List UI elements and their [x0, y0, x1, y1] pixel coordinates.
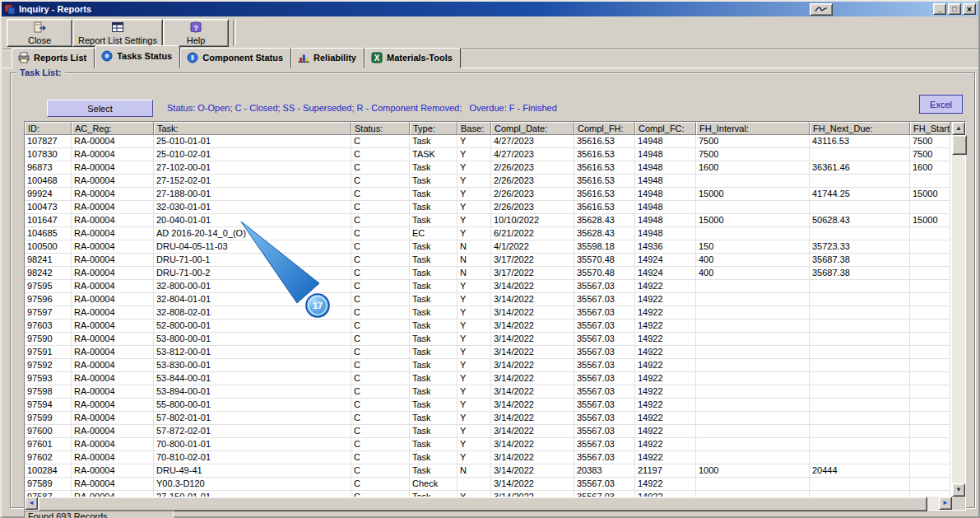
vertical-scrollbar[interactable]: ▲ ▼: [952, 122, 965, 497]
table-cell: 3/17/2022: [491, 254, 574, 267]
column-header[interactable]: AC_Reg:: [72, 122, 154, 135]
table-row[interactable]: 97596RA-0000432-804-01-01CTaskY3/14/2022…: [25, 293, 952, 306]
scroll-down-button[interactable]: ▼: [952, 483, 965, 497]
table-row[interactable]: 97597RA-0000432-808-02-01CTaskY3/14/2022…: [25, 306, 952, 320]
tab-label: Reliability: [314, 53, 356, 63]
tab-tasks-status[interactable]: Tasks Status: [95, 45, 180, 68]
scroll-right-button[interactable]: ►: [939, 497, 952, 510]
table-row[interactable]: 97592RA-0000453-830-00-01CTaskY3/14/2022…: [25, 359, 952, 372]
table-cell: [910, 359, 950, 372]
table-row[interactable]: 97594RA-0000455-800-00-01CTaskY3/14/2022…: [25, 399, 952, 412]
column-header[interactable]: Compl_Date:: [491, 122, 574, 135]
table-row[interactable]: 100284RA-00004DRU-49-41CTaskN3/14/202220…: [25, 464, 952, 478]
table-row[interactable]: 104685RA-00004AD 2016-20-14_0_(O)CECY6/2…: [25, 227, 952, 240]
table-cell: 3/14/2022: [491, 385, 574, 399]
select-button[interactable]: Select: [47, 100, 153, 117]
table-cell: C: [351, 438, 410, 451]
table-cell: [696, 385, 810, 399]
table-row[interactable]: 107827RA-0000425-010-01-01CTaskY4/27/202…: [25, 135, 952, 148]
table-cell: 3/14/2022: [491, 425, 574, 438]
table-cell: Y: [457, 372, 491, 385]
tab-reports-list[interactable]: Reports List: [12, 48, 95, 68]
horizontal-scroll-thumb[interactable]: [38, 497, 927, 511]
table-cell: Y: [457, 227, 491, 240]
table-row[interactable]: 97591RA-0000453-812-00-01CTaskY3/14/2022…: [25, 346, 952, 359]
table-row[interactable]: 107830RA-0000425-010-02-01CTASKY4/27/202…: [25, 148, 952, 161]
close-button[interactable]: Close: [7, 19, 72, 47]
tab-materials-tools[interactable]: X Materials-Tools: [365, 48, 461, 68]
table-row[interactable]: 100468RA-0000427-152-02-01CTaskY2/26/202…: [25, 175, 952, 188]
column-header[interactable]: Status:: [351, 122, 410, 135]
table-row[interactable]: 97600RA-0000457-872-02-01CTaskY3/14/2022…: [25, 425, 952, 438]
tab-reliability[interactable]: Reliability: [291, 48, 365, 68]
table-row[interactable]: 98241RA-00004DRU-71-00-1CTaskN3/17/20223…: [25, 254, 952, 267]
column-header[interactable]: Compl_FH:: [574, 122, 635, 135]
table-cell: RA-00004: [72, 227, 154, 240]
table-cell: 53-812-00-01: [154, 346, 351, 359]
table-row[interactable]: 97589RA-00004Y00.3-D120CCheck3/14/202235…: [25, 478, 952, 491]
table-cell: 35567.03: [574, 359, 635, 372]
table-row[interactable]: 98242RA-00004DRU-71-00-2CTaskN3/17/20223…: [25, 267, 952, 280]
table-row[interactable]: 99924RA-0000427-188-00-01CTaskY2/26/2023…: [25, 188, 952, 201]
table-cell: [910, 412, 950, 425]
table-cell: 14922: [635, 425, 696, 438]
scroll-up-button[interactable]: ▲: [952, 122, 965, 135]
table-row[interactable]: 100473RA-0000432-030-01-01CTaskY2/26/202…: [25, 201, 952, 214]
report-icon: [17, 51, 30, 64]
table-cell: [910, 478, 950, 491]
table-row[interactable]: 97602RA-0000470-810-02-01CTaskY3/14/2022…: [25, 451, 952, 464]
column-header[interactable]: Base:: [457, 122, 491, 135]
table-cell: 98241: [25, 254, 72, 267]
table-cell: [910, 491, 950, 497]
minimize-button[interactable]: _: [933, 3, 946, 15]
column-header[interactable]: Compl_FC:: [635, 122, 696, 135]
table-row[interactable]: 100500RA-00004DRU-04-05-11-03CTaskN4/1/2…: [25, 240, 952, 254]
table-row[interactable]: 97595RA-0000432-800-00-01CTaskY3/14/2022…: [25, 280, 952, 293]
column-header[interactable]: Type:: [410, 122, 457, 135]
table-cell: 70-800-01-01: [154, 438, 351, 451]
table-cell: [810, 385, 910, 399]
horizontal-scrollbar[interactable]: ◄ ►: [25, 497, 952, 510]
table-row[interactable]: 97593RA-0000453-844-00-01CTaskY3/14/2022…: [25, 372, 952, 385]
table-cell: 97593: [25, 372, 72, 385]
titlebar-tool-button[interactable]: [810, 3, 833, 16]
table-cell: 35567.03: [574, 346, 635, 359]
table-cell: Y: [457, 214, 491, 227]
table-row[interactable]: 97601RA-0000470-800-01-01CTaskY3/14/2022…: [25, 438, 952, 451]
table-cell: Y00.3-D120: [154, 478, 351, 491]
table-row[interactable]: 96873RA-0000427-102-00-01CTaskY2/26/2023…: [25, 161, 952, 175]
table-row[interactable]: 97598RA-0000453-894-00-01CTaskY3/14/2022…: [25, 385, 952, 399]
close-window-button[interactable]: ×: [963, 3, 976, 15]
table-cell: [910, 280, 950, 293]
table-cell: 35687.38: [810, 254, 910, 267]
report-list-settings-button[interactable]: Report List Settings: [72, 19, 163, 47]
table-cell: RA-00004: [72, 425, 154, 438]
table-cell: [810, 201, 910, 214]
maximize-button[interactable]: □: [948, 3, 961, 15]
table-cell: 14922: [635, 385, 696, 399]
column-header[interactable]: FH_Start:: [910, 122, 950, 135]
table-cell: 35616.53: [574, 201, 635, 214]
table-cell: Task: [410, 346, 457, 359]
table-cell: 101647: [25, 214, 72, 227]
table-row[interactable]: 97590RA-0000453-800-00-01CTaskY3/14/2022…: [25, 333, 952, 346]
table-cell: 32-030-01-01: [154, 201, 351, 214]
scroll-left-button[interactable]: ◄: [25, 497, 38, 510]
table-cell: [810, 399, 910, 412]
help-button[interactable]: ? Help: [163, 19, 229, 47]
table-row[interactable]: 101647RA-0000420-040-01-01CTaskY10/10/20…: [25, 214, 952, 227]
tab-component-status[interactable]: Component Status: [180, 48, 291, 68]
table-row[interactable]: 97599RA-0000457-802-01-01CTaskY3/14/2022…: [25, 412, 952, 425]
column-header[interactable]: Task:: [154, 122, 351, 135]
vertical-scroll-thumb[interactable]: [952, 135, 967, 155]
table-row[interactable]: 97587RA-0000427-150-01-01CTaskY3/14/2022…: [25, 491, 952, 497]
table-cell: RA-00004: [72, 412, 154, 425]
column-header[interactable]: ID:: [25, 122, 72, 135]
column-header[interactable]: FH_Interval:: [696, 122, 810, 135]
help-icon: ?: [189, 21, 202, 34]
excel-button[interactable]: Excel: [919, 95, 963, 114]
table-cell: 21197: [635, 464, 696, 478]
column-header[interactable]: FH_Next_Due:: [810, 122, 910, 135]
table-row[interactable]: 97603RA-0000452-800-00-01CTaskY3/14/2022…: [25, 320, 952, 333]
table-cell: C: [351, 254, 410, 267]
